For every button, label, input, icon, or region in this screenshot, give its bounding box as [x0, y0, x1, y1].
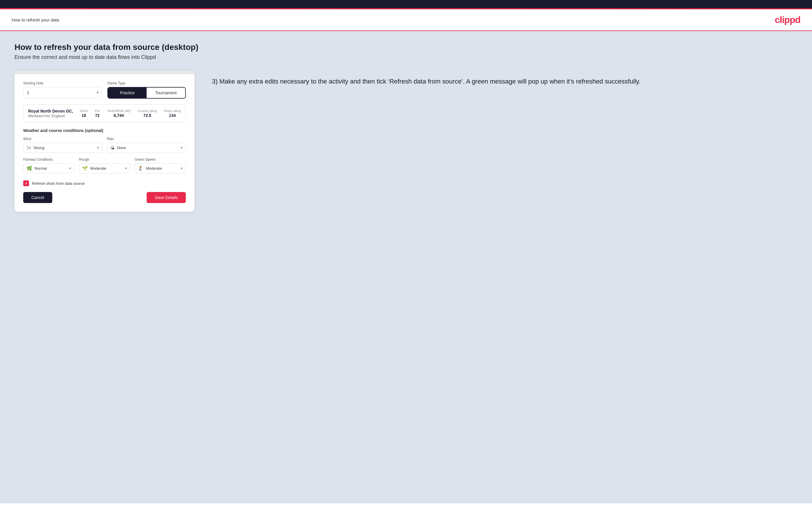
content-area: Starting Hole 1 ▾ Game Type Practice Tou…: [14, 71, 798, 212]
conditions-grid: Fairway Conditions 🌿 Normal ▾ Rough 🌱: [23, 158, 186, 173]
card-top-strip: [14, 71, 195, 74]
course-stats: Holes 18 Par 72 Yards/White (M)) 6,744 C…: [80, 109, 181, 118]
checkmark-icon: ✓: [25, 181, 28, 186]
rough-select-wrapper[interactable]: 🌱 Moderate ▾: [79, 163, 130, 173]
holes-label: Holes: [80, 109, 88, 113]
green-speed-chevron-icon: ▾: [181, 167, 183, 170]
rain-select[interactable]: None: [117, 143, 179, 153]
green-speed-select-wrapper[interactable]: 🏌 Moderate ▾: [135, 163, 186, 173]
page-subheading: Ensure the correct and most up to date d…: [14, 54, 798, 60]
fairway-select[interactable]: Normal: [35, 164, 68, 173]
header-title: How to refresh your data: [12, 17, 59, 22]
rain-select-wrapper[interactable]: 🌤 None ▾: [107, 143, 186, 153]
slope-rating-stat: Slope rating 134: [164, 109, 181, 118]
logo: clippd: [775, 14, 800, 25]
save-button[interactable]: Save Details: [147, 192, 186, 203]
rough-icon: 🌱: [82, 166, 88, 171]
fairway-label: Fairway Conditions: [23, 158, 74, 162]
rain-field: Rain 🌤 None ▾: [107, 137, 186, 153]
refresh-label: Refresh shots from data source: [32, 181, 85, 186]
wind-icon: 🌬: [27, 145, 31, 151]
starting-hole-label: Starting Hole: [23, 81, 102, 85]
rough-label: Rough: [79, 158, 130, 162]
game-type-toggle: Practice Tournament: [107, 87, 186, 99]
instruction-panel: 3) Make any extra edits necessary to the…: [212, 71, 798, 86]
holes-stat: Holes 18: [80, 109, 88, 118]
slope-rating-label: Slope rating: [164, 109, 181, 113]
par-label: Par: [95, 109, 100, 113]
fairway-icon: 🌿: [27, 166, 32, 171]
par-value: 72: [95, 113, 100, 118]
yards-label: Yards/White (M)): [107, 109, 131, 113]
course-location: Westward Ho!, England: [28, 114, 73, 118]
wind-field: Wind 🌬 Strong ▾: [23, 137, 102, 153]
yards-value: 6,744: [107, 113, 131, 118]
green-speed-label: Green Speed: [135, 158, 186, 162]
refresh-checkbox[interactable]: ✓: [23, 180, 29, 186]
form-card: Starting Hole 1 ▾ Game Type Practice Tou…: [14, 71, 195, 212]
slope-rating-value: 134: [164, 113, 181, 118]
game-type-col: Game Type Practice Tournament: [107, 81, 186, 99]
course-name: Royal North Devon GC,: [28, 109, 73, 113]
practice-button[interactable]: Practice: [108, 88, 147, 98]
rain-chevron-icon: ▾: [181, 146, 183, 150]
fairway-field: Fairway Conditions 🌿 Normal ▾: [23, 158, 74, 173]
rough-chevron-icon: ▾: [125, 167, 127, 170]
wind-label: Wind: [23, 137, 102, 141]
holes-value: 18: [80, 113, 88, 118]
fairway-select-wrapper[interactable]: 🌿 Normal ▾: [23, 163, 74, 173]
starting-hole-col: Starting Hole 1 ▾: [23, 81, 102, 99]
rough-select[interactable]: Moderate: [90, 164, 123, 173]
course-row: Royal North Devon GC, Westward Ho!, Engl…: [23, 104, 186, 122]
course-info: Royal North Devon GC, Westward Ho!, Engl…: [28, 109, 73, 118]
refresh-checkbox-row: ✓ Refresh shots from data source: [23, 180, 186, 186]
course-rating-stat: Course rating 72.5: [138, 109, 157, 118]
weather-grid: Wind 🌬 Strong ▾ Rain 🌤 None: [23, 137, 186, 153]
starting-hole-select[interactable]: 1: [23, 87, 101, 98]
weather-section-title: Weather and course conditions (optional): [23, 128, 186, 133]
starting-hole-game-type-row: Starting Hole 1 ▾ Game Type Practice Tou…: [23, 81, 186, 99]
footer: Copyright Clippd 2022: [0, 503, 812, 507]
instruction-text: 3) Make any extra edits necessary to the…: [212, 76, 798, 86]
green-speed-icon: 🏌: [138, 166, 144, 171]
page-heading: How to refresh your data from source (de…: [14, 43, 798, 52]
wind-select-wrapper[interactable]: 🌬 Strong ▾: [23, 143, 102, 153]
game-type-label: Game Type: [107, 81, 186, 85]
action-row: Cancel Save Details: [23, 192, 186, 203]
header: How to refresh your data clippd: [0, 9, 812, 31]
main-content: How to refresh your data from source (de…: [0, 31, 812, 503]
fairway-chevron-icon: ▾: [69, 167, 71, 170]
rough-field: Rough 🌱 Moderate ▾: [79, 158, 130, 173]
green-speed-field: Green Speed 🏌 Moderate ▾: [135, 158, 186, 173]
wind-chevron-icon: ▾: [97, 146, 99, 150]
course-rating-label: Course rating: [138, 109, 157, 113]
starting-hole-select-wrapper[interactable]: 1 ▾: [23, 87, 102, 98]
tournament-button[interactable]: Tournament: [147, 88, 185, 98]
yards-stat: Yards/White (M)) 6,744: [107, 109, 131, 118]
par-stat: Par 72: [95, 109, 100, 118]
rain-icon: 🌤: [110, 145, 115, 151]
course-rating-value: 72.5: [138, 113, 157, 118]
rain-label: Rain: [107, 137, 186, 141]
cancel-button[interactable]: Cancel: [23, 192, 52, 203]
green-speed-select[interactable]: Moderate: [146, 164, 179, 173]
wind-select[interactable]: Strong: [33, 143, 96, 153]
